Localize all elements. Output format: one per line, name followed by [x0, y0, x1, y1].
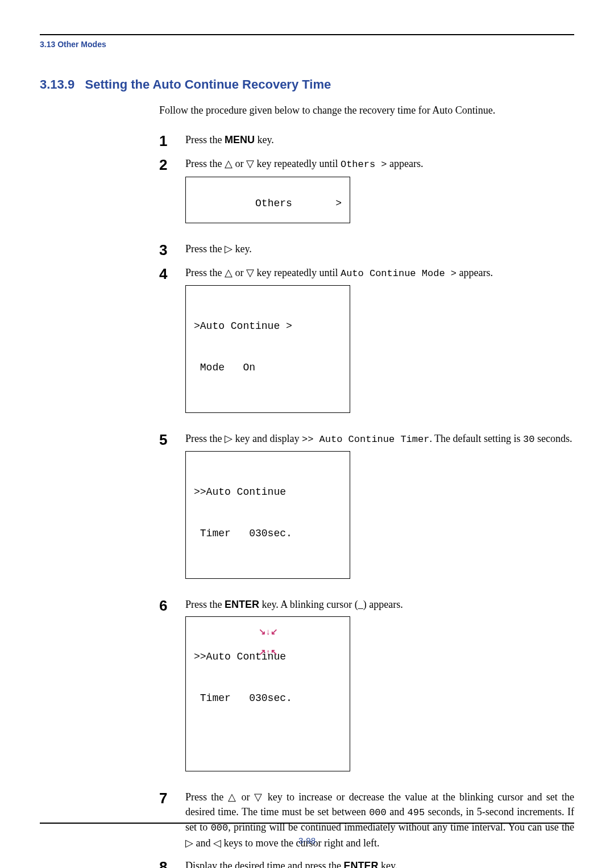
- triangle-right-icon: ▷: [225, 243, 233, 254]
- text: or: [233, 267, 246, 278]
- lcd-line: Timer 030sec.: [194, 527, 342, 540]
- text: or: [237, 791, 254, 803]
- lcd-line: Others: [255, 198, 292, 209]
- step-number: 4: [159, 266, 185, 281]
- lcd-line: Mode On: [194, 361, 342, 374]
- lcd-line: Timer 030sec.: [194, 691, 342, 705]
- lcd-text-inline: Others >: [341, 159, 387, 170]
- intro-text: Follow the procedure given below to chan…: [159, 105, 574, 116]
- text: and: [387, 806, 408, 817]
- step-number: 7: [159, 791, 185, 806]
- step-number: 2: [159, 157, 185, 172]
- step-3: 3 Press the ▷ key.: [159, 241, 574, 257]
- text: or: [233, 158, 246, 169]
- document-page: 3.13 Other Modes 3.13.9 Setting the Auto…: [0, 0, 614, 868]
- key-name: ENTER: [225, 599, 259, 610]
- lcd-text-inline: 000: [211, 823, 229, 833]
- text: key.: [255, 134, 274, 145]
- lcd-text-inline: 495: [408, 807, 425, 818]
- step-body: Press the ENTER key. A blinking cursor (…: [185, 597, 574, 782]
- key-name: ENTER: [343, 860, 378, 868]
- lcd-display: >>Auto Continue Timer 030sec. ↘↓↙ ↗↑↖: [185, 616, 350, 771]
- step-number: 1: [159, 133, 185, 148]
- lcd-display: >>Auto Continue Timer 030sec.: [185, 451, 350, 578]
- lcd-display: >Auto Continue > Mode On: [185, 285, 350, 412]
- step-number: 6: [159, 598, 185, 613]
- triangle-down-icon: ▽: [246, 267, 254, 278]
- text: Press the: [185, 791, 228, 803]
- text: Display the desired time and press the: [185, 860, 343, 868]
- text: key repeatedly until: [254, 267, 341, 278]
- cursor-arrow-icon: ↗↑↖: [259, 648, 272, 656]
- section-title-text: Setting the Auto Continue Recovery Time: [85, 77, 331, 91]
- step-6: 6 Press the ENTER key. A blinking cursor…: [159, 597, 574, 782]
- lcd-text-inline: 000: [369, 807, 387, 818]
- text: . The default setting is: [429, 433, 523, 444]
- lcd-text-inline: >> Auto Continue Timer: [302, 434, 429, 445]
- step-number: 3: [159, 243, 185, 257]
- text: seconds.: [534, 433, 572, 444]
- text: appears.: [457, 267, 493, 278]
- text: key.: [378, 860, 397, 868]
- step-5: 5 Press the ▷ key and display >> Auto Co…: [159, 431, 574, 589]
- text: Press the: [185, 243, 225, 254]
- lcd-line: >>Auto Continue: [194, 485, 342, 499]
- top-rule: [40, 34, 574, 35]
- text: Press the: [185, 158, 225, 169]
- triangle-down-icon: ▽: [246, 158, 254, 169]
- lcd-gt: >: [335, 197, 342, 210]
- cursor-arrow-icon: ↘↓↙: [259, 627, 272, 636]
- text: Press the: [185, 267, 225, 278]
- section-number: 3.13.9: [40, 77, 74, 91]
- text: key.: [233, 243, 252, 254]
- running-header: 3.13 Other Modes: [40, 40, 574, 49]
- step-body: Press the ▷ key.: [185, 241, 574, 256]
- lcd-display: Others>: [185, 177, 350, 223]
- text: Press the: [185, 599, 225, 610]
- step-1: 1 Press the MENU key.: [159, 132, 574, 148]
- step-4: 4 Press the △ or ▽ key repeatedly until …: [159, 265, 574, 423]
- bottom-rule: [40, 823, 574, 824]
- page-number: 3-98: [0, 836, 614, 845]
- text: key and display: [233, 433, 302, 444]
- triangle-right-icon: ▷: [225, 433, 233, 444]
- step-body: Press the △ or ▽ key repeatedly until Au…: [185, 265, 574, 423]
- step-body: Display the desired time and press the E…: [185, 858, 574, 868]
- triangle-up-icon: △: [228, 791, 238, 803]
- steps-list: 1 Press the MENU key. 2 Press the △ or ▽…: [159, 132, 574, 868]
- lcd-text-inline: 30: [523, 434, 534, 445]
- step-body: Press the MENU key.: [185, 132, 574, 147]
- step-number: 8: [159, 859, 185, 868]
- text: key. A blinking cursor (_) appears.: [259, 599, 403, 610]
- text: appears.: [387, 158, 424, 169]
- lcd-text-inline: Auto Continue Mode >: [341, 268, 457, 279]
- step-2: 2 Press the △ or ▽ key repeatedly until …: [159, 156, 574, 233]
- step-8: 8 Display the desired time and press the…: [159, 858, 574, 868]
- text: key repeatedly until: [254, 158, 341, 169]
- triangle-up-icon: △: [225, 158, 233, 169]
- step-number: 5: [159, 432, 185, 447]
- triangle-up-icon: △: [225, 267, 233, 278]
- step-body: Press the ▷ key and display >> Auto Cont…: [185, 431, 574, 589]
- triangle-down-icon: ▽: [254, 791, 264, 803]
- text: Press the: [185, 134, 225, 145]
- lcd-line: >Auto Continue >: [194, 319, 342, 333]
- key-name: MENU: [225, 134, 255, 145]
- text: Press the: [185, 433, 225, 444]
- step-body: Press the △ or ▽ key repeatedly until Ot…: [185, 156, 574, 233]
- section-heading: 3.13.9 Setting the Auto Continue Recover…: [40, 77, 574, 92]
